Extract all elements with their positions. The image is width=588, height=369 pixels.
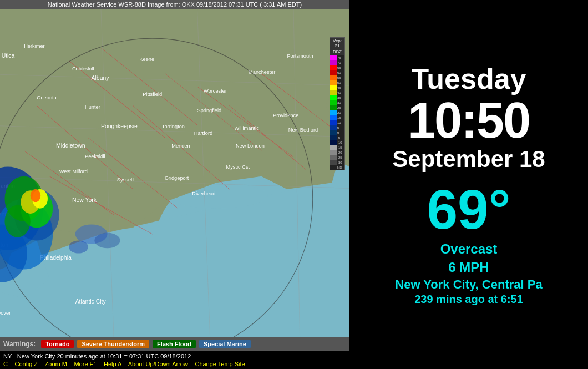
status-bar: NY - New York City 20 minutes ago at 10:…: [0, 351, 349, 369]
svg-text:Hunter: Hunter: [85, 104, 100, 110]
radar-title: National Weather Service WSR-88D Image f…: [0, 0, 349, 9]
svg-text:Pittsfield: Pittsfield: [143, 92, 162, 97]
svg-text:Herkimer: Herkimer: [24, 43, 45, 49]
svg-text:Syssett: Syssett: [117, 177, 134, 183]
svg-point-71: [69, 240, 88, 253]
svg-text:Cobleskill: Cobleskill: [72, 66, 94, 72]
svg-text:Springfield: Springfield: [197, 108, 221, 113]
svg-point-68: [31, 189, 41, 202]
day-display: Tuesday: [411, 63, 526, 95]
condition-display: Overcast 6 MPH: [440, 240, 498, 277]
svg-text:Willimantic: Willimantic: [235, 125, 260, 131]
warnings-label: Warnings:: [3, 340, 36, 348]
svg-text:Hartford: Hartford: [194, 130, 212, 136]
svg-text:Providence: Providence: [273, 113, 298, 118]
svg-text:Poughkeepsie: Poughkeepsie: [101, 123, 138, 129]
warnings-bar: Warnings: Tornado Severe Thunderstorm Fl…: [0, 337, 349, 351]
svg-text:Middletown: Middletown: [56, 143, 85, 149]
svg-text:Keene: Keene: [139, 57, 154, 62]
time-display: 10:50: [408, 95, 530, 145]
radar-panel: National Weather Service WSR-88D Image f…: [0, 0, 349, 369]
radar-image-container: Utica Herkimer Cobleskill Albany Keene P…: [0, 9, 349, 337]
svg-text:New Bedford: New Bedford: [288, 127, 318, 133]
marine-badge[interactable]: Special Marine: [199, 340, 251, 348]
svg-text:Torrington: Torrington: [162, 124, 185, 129]
thunderstorm-badge[interactable]: Severe Thunderstorm: [77, 340, 149, 348]
dbz-legend-title: Vcp: 21: [330, 38, 344, 49]
radar-map: Utica Herkimer Cobleskill Albany Keene P…: [0, 9, 349, 337]
status-line1: NY - New York City 20 minutes ago at 10:…: [3, 353, 346, 360]
location-display: New York City, Central Pa: [395, 277, 542, 293]
svg-text:Meriden: Meriden: [171, 143, 190, 149]
dbz-legend: Vcp: 21 DBZ 75 70 65 60 55 50 45 40 35 3…: [330, 37, 345, 170]
svg-text:Mystic Cst: Mystic Cst: [226, 164, 250, 170]
svg-text:Peekskill: Peekskill: [85, 154, 105, 159]
svg-text:Albany: Albany: [92, 75, 110, 81]
svg-text:Oneonta: Oneonta: [37, 95, 57, 100]
svg-text:Bridgeport: Bridgeport: [165, 175, 189, 181]
svg-text:Dover: Dover: [0, 310, 11, 316]
svg-text:Atlantic City: Atlantic City: [75, 299, 107, 305]
svg-text:New London: New London: [236, 143, 265, 149]
svg-text:New York: New York: [72, 197, 97, 203]
status-line2: C = Config Z = Zoom M = More F1 = Help A…: [3, 361, 346, 367]
tornado-badge[interactable]: Tornado: [41, 340, 74, 348]
dbz-unit: DBZ: [330, 49, 344, 55]
flash-flood-badge[interactable]: Flash Flood: [153, 340, 196, 348]
svg-text:West Milford: West Milford: [59, 169, 88, 174]
svg-text:Utica: Utica: [2, 53, 15, 59]
svg-text:Riverhead: Riverhead: [192, 191, 215, 196]
svg-text:Portsmouth: Portsmouth: [287, 53, 313, 59]
temperature-display: 69°: [427, 181, 510, 237]
update-display: 239 mins ago at 6:51: [414, 293, 523, 306]
svg-text:Worcester: Worcester: [204, 88, 227, 94]
weather-panel: Tuesday 10:50 September 18 69° Overcast …: [349, 0, 588, 369]
date-display: September 18: [392, 145, 545, 173]
svg-point-70: [94, 233, 120, 249]
